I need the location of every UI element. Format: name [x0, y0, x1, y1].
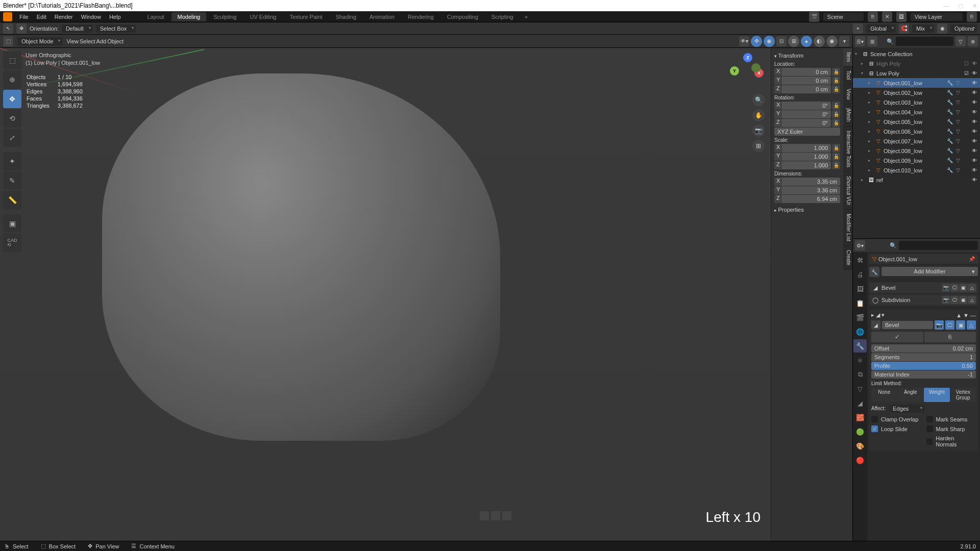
outliner-item-name[interactable]: Object.009_low [884, 158, 945, 164]
outliner-row[interactable]: ▸▽Object.008_low🔧▽ 👁 [853, 146, 980, 156]
modifier-render-icon[interactable]: ◢ [876, 312, 880, 318]
offset-field[interactable]: Offset0.02 cm [871, 344, 976, 353]
outliner-item-name[interactable]: Object.005_low [884, 119, 945, 125]
visibility-icon[interactable]: 👁 [971, 158, 978, 163]
gizmo-z-axis[interactable]: Z [743, 53, 752, 62]
checkbox-loop-slide[interactable]: ✓Loop Slide [871, 424, 921, 433]
visibility-icon[interactable]: 👁 [971, 167, 978, 173]
property-tab-0[interactable]: 🛠 [853, 254, 867, 267]
mesh-data-icon[interactable]: ▽ [954, 80, 962, 86]
limit-option-vertex-group[interactable]: Vertex Group [950, 388, 976, 402]
property-tab-6[interactable]: 🔧 [853, 339, 867, 353]
modifier-display-render-icon[interactable]: 📷 [935, 320, 944, 330]
property-tab-9[interactable]: ▽ [853, 382, 867, 395]
checkbox-clamp-overlap[interactable]: Clamp Overlap [871, 415, 921, 423]
material-shading-icon[interactable]: ◐ [814, 36, 825, 47]
expand-icon[interactable]: ▸ [861, 61, 866, 66]
rotation-z-field[interactable]: Z0° [774, 119, 831, 127]
scale-tool[interactable]: ⤢ [3, 129, 21, 147]
cad-tool[interactable]: CAD⟲ [3, 234, 21, 252]
scene-selector[interactable]: Scene [823, 13, 864, 21]
annotate-tool[interactable]: ✎ [3, 171, 21, 190]
transform-panel-header[interactable]: Transform [774, 51, 840, 60]
menu-window[interactable]: Window [77, 13, 105, 21]
proportional-edit-icon[interactable]: ◉ [937, 23, 947, 34]
modifier-icon[interactable]: 🔧 [946, 167, 953, 173]
expand-icon[interactable]: ▾ [855, 52, 860, 56]
gizmo-toggle-icon[interactable]: ✥ [751, 36, 762, 47]
modifier-icon[interactable]: 🔧 [946, 99, 953, 105]
modifier-toggle-icon[interactable]: ▸ [871, 312, 874, 318]
modifier-stack-item[interactable]: ◯Subdivision📷🖵▣△ [869, 294, 978, 306]
blender-logo-icon[interactable] [3, 12, 12, 21]
lock-icon[interactable]: 🔓 [832, 119, 840, 127]
checkbox-icon[interactable]: ✓ [871, 425, 878, 432]
outliner-item-name[interactable]: ref [876, 177, 969, 183]
outliner-row[interactable]: ▸▽Object.006_low🔧▽ 👁 [853, 127, 980, 136]
checkbox-harden-normals[interactable]: Harden Normals [926, 434, 976, 448]
workspace-tab-layout[interactable]: Layout [141, 12, 170, 21]
modifier-move-down-icon[interactable]: ▼ [963, 312, 969, 318]
scene-new-icon[interactable]: ⎘ [868, 12, 878, 22]
lock-icon[interactable]: 🔓 [832, 77, 840, 85]
modifier-icon[interactable]: 🔧 [946, 138, 953, 144]
modifier-icon[interactable]: 🔧 [946, 119, 953, 124]
add-modifier-dropdown[interactable]: Add Modifier [881, 267, 978, 276]
scale-z-field[interactable]: Z1.000 [774, 161, 831, 169]
xray-toggle-icon[interactable]: ⊡ [776, 36, 787, 46]
property-tab-14[interactable]: 🔴 [853, 454, 867, 467]
window-close-icon[interactable]: ✕ [972, 3, 977, 9]
mesh-data-icon[interactable]: ▽ [954, 138, 962, 144]
expand-icon[interactable]: ▾ [861, 71, 866, 76]
limit-option-weight[interactable]: Weight [924, 388, 950, 402]
transform-orientation-icon[interactable]: ⌖ [853, 23, 863, 34]
modifier-icon[interactable]: 🔧 [946, 80, 953, 86]
checkbox-mark-sharp[interactable]: Mark Sharp [926, 424, 976, 433]
menu-render[interactable]: Render [51, 13, 77, 21]
visibility-icon[interactable]: 👁 [971, 61, 978, 66]
mod-render-icon[interactable]: 📷 [942, 296, 950, 304]
menu-edit[interactable]: Edit [33, 13, 51, 21]
transform-tool[interactable]: ✦ [3, 152, 21, 170]
modifier-icon[interactable]: 🔧 [946, 90, 953, 95]
menu-file[interactable]: File [15, 13, 33, 21]
mesh-data-icon[interactable]: ▽ [954, 129, 962, 134]
visibility-icon[interactable]: 👁 [971, 138, 978, 144]
outliner-row[interactable]: ▸▽Object.003_low🔧▽ 👁 [853, 97, 980, 107]
measure-tool[interactable]: 📏 [3, 191, 21, 209]
pin-icon[interactable]: 📌 [969, 256, 975, 262]
dim-z-field[interactable]: Z6.94 cm [774, 195, 840, 203]
dim-y-field[interactable]: Y3.36 cm [774, 186, 840, 194]
sidebar-tab-tool[interactable]: Tool [843, 66, 852, 84]
apply-modifier-button[interactable]: ✓ [871, 332, 923, 342]
modifier-display-viewport-icon[interactable]: 🖵 [945, 320, 954, 330]
lock-icon[interactable]: 🔓 [832, 161, 840, 169]
viewport-menu-select[interactable]: Select [80, 38, 95, 44]
expand-icon[interactable]: ▸ [868, 100, 873, 105]
viewport-menu-view[interactable]: View [66, 38, 79, 44]
outliner-row[interactable]: ▸▽Object.002_low🔧▽ 👁 [853, 88, 980, 97]
navigation-gizmo[interactable]: Z Y X [730, 53, 766, 89]
window-minimize-icon[interactable]: — [943, 3, 949, 9]
expand-icon[interactable]: ▸ [868, 139, 873, 143]
outliner-item-name[interactable]: Object.002_low [884, 90, 945, 96]
modifier-icon[interactable]: 🔧 [946, 109, 953, 115]
sidebar-tab-jmesh[interactable]: jMesh [843, 104, 852, 127]
workspace-tab-uv-editing[interactable]: UV Editing [243, 12, 282, 21]
workspace-tab-rendering[interactable]: Rendering [402, 12, 440, 21]
wireframe-shading-icon[interactable]: ⊞ [788, 36, 799, 47]
outliner-row[interactable]: ▾⊟Low Poly☑👁 [853, 68, 980, 78]
rotation-mode-dropdown[interactable]: XYZ Euler [774, 128, 840, 136]
rotation-x-field[interactable]: X0° [774, 102, 831, 110]
workspace-tab-shading[interactable]: Shading [330, 12, 362, 21]
outliner-display-mode-icon[interactable]: ☰▾ [855, 36, 865, 46]
viewlayer-browse-icon[interactable]: 🖼 [896, 12, 906, 22]
pan-icon[interactable]: ✋ [752, 109, 765, 121]
visibility-icon[interactable]: 👁 [971, 177, 978, 183]
properties-type-icon[interactable]: ⚙▾ [855, 240, 865, 251]
outliner-item-name[interactable]: Object.008_low [884, 148, 945, 154]
outliner-item-name[interactable]: Object.007_low [884, 138, 945, 144]
location-z-field[interactable]: Z0 cm [774, 85, 831, 93]
scene-browse-icon[interactable]: 🎬 [809, 12, 819, 22]
outliner-search-input[interactable] [896, 37, 953, 46]
